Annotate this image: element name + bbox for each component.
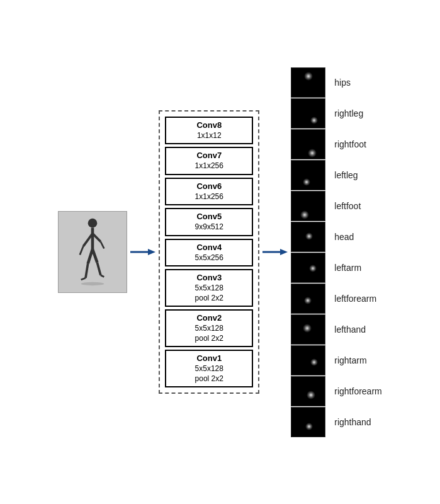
svg-marker-14 xyxy=(148,249,155,255)
svg-line-11 xyxy=(101,275,104,277)
person-silhouette xyxy=(74,217,111,287)
output-section: hips rightleg rightfoot leftleg leftfoot… xyxy=(291,67,381,437)
label-head: head xyxy=(330,222,381,252)
heatmap-hips xyxy=(291,67,325,98)
heatmap-lefthand xyxy=(291,314,325,345)
heatmap-rightforearm xyxy=(291,376,325,406)
label-leftforearm: leftforearm xyxy=(330,284,381,314)
conv8-name: Conv8 xyxy=(171,120,247,131)
label-leftarm: leftarm xyxy=(330,253,381,283)
heatmap-rightleg xyxy=(291,98,325,129)
conv3-name: Conv3 xyxy=(171,273,247,284)
conv-layer-conv5: Conv5 9x9x512 xyxy=(165,208,253,236)
svg-point-12 xyxy=(81,282,104,286)
conv3-extra: pool 2x2 xyxy=(171,294,247,304)
conv-layer-conv4: Conv4 5x5x256 xyxy=(165,239,253,266)
conv8-params: 1x1x12 xyxy=(171,131,247,141)
label-rightfoot: rightfoot xyxy=(330,129,381,159)
heatmap-rightfoot xyxy=(291,129,325,159)
label-leftleg: leftleg xyxy=(330,160,381,190)
conv7-name: Conv7 xyxy=(171,151,247,161)
arrow-input-to-network xyxy=(127,246,159,258)
label-righthand: righthand xyxy=(330,407,381,437)
conv2-name: Conv2 xyxy=(171,313,247,324)
conv5-name: Conv5 xyxy=(171,212,247,222)
conv-layer-conv6: Conv6 1x1x256 xyxy=(165,178,253,205)
label-lefthand: lefthand xyxy=(330,314,381,345)
svg-line-9 xyxy=(93,249,97,262)
conv1-extra: pool 2x2 xyxy=(171,374,247,384)
label-hips: hips xyxy=(330,67,381,98)
labels-column: hips rightleg rightfoot leftleg leftfoot… xyxy=(330,67,381,437)
heatmap-righthand xyxy=(291,407,325,437)
conv7-params: 1x1x256 xyxy=(171,161,247,171)
svg-line-7 xyxy=(86,263,88,278)
heatmap-leftfoot xyxy=(291,191,325,221)
svg-line-5 xyxy=(101,242,104,249)
conv2-extra: pool 2x2 xyxy=(171,334,247,344)
heatmap-leftarm xyxy=(291,253,325,283)
conv5-params: 9x9x512 xyxy=(171,222,247,232)
svg-marker-16 xyxy=(280,249,288,255)
conv-layer-conv8: Conv8 1x1x12 xyxy=(165,117,253,144)
svg-point-0 xyxy=(88,219,98,228)
conv3-params: 5x5x128 xyxy=(171,284,247,294)
svg-line-10 xyxy=(98,263,101,275)
conv1-name: Conv1 xyxy=(171,353,247,364)
label-rightleg: rightleg xyxy=(330,98,381,129)
conv6-params: 1x1x256 xyxy=(171,192,247,202)
network-box: Conv8 1x1x12 Conv7 1x1x256 Conv6 1x1x256… xyxy=(159,110,259,394)
conv-layer-conv2: Conv2 5x5x128 pool 2x2 xyxy=(165,309,253,347)
heatmap-head xyxy=(291,222,325,252)
conv2-params: 5x5x128 xyxy=(171,324,247,334)
conv4-params: 5x5x256 xyxy=(171,253,247,263)
conv-layer-conv1: Conv1 5x5x128 pool 2x2 xyxy=(165,350,253,387)
svg-line-8 xyxy=(81,278,86,280)
heatmap-leftleg xyxy=(291,160,325,190)
conv1-params: 5x5x128 xyxy=(171,364,247,374)
heatmap-rightarm xyxy=(291,345,325,375)
label-rightarm: rightarm xyxy=(330,345,381,375)
label-rightforearm: rightforearm xyxy=(330,376,381,406)
label-leftfoot: leftfoot xyxy=(330,191,381,221)
conv-layer-conv7: Conv7 1x1x256 xyxy=(165,147,253,175)
heatmap-leftforearm xyxy=(291,284,325,314)
svg-line-3 xyxy=(80,246,83,255)
input-image xyxy=(58,211,127,293)
arrow-network-to-output xyxy=(259,246,291,258)
conv-layer-conv3: Conv3 5x5x128 pool 2x2 xyxy=(165,269,253,307)
diagram: Conv8 1x1x12 Conv7 1x1x256 Conv6 1x1x256… xyxy=(58,67,381,437)
conv4-name: Conv4 xyxy=(171,243,247,253)
conv6-name: Conv6 xyxy=(171,181,247,192)
heatmaps-column xyxy=(291,67,325,437)
